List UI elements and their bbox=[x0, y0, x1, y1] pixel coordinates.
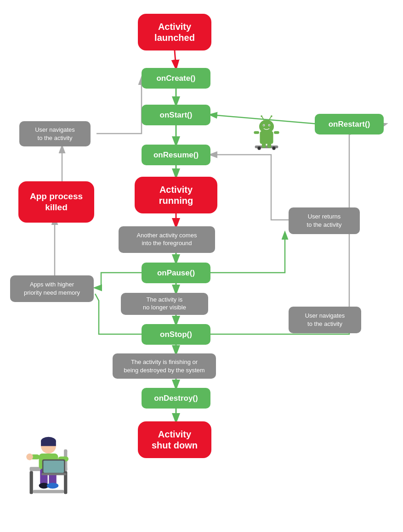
android-mascot bbox=[248, 114, 285, 151]
svg-rect-32 bbox=[267, 143, 271, 148]
app-process-killed-node: App processkilled bbox=[18, 181, 94, 223]
on-create-node: onCreate() bbox=[142, 68, 210, 89]
svg-rect-34 bbox=[30, 471, 33, 494]
on-resume-node: onResume() bbox=[142, 145, 210, 165]
apps-higher-priority-label: Apps with higherpriority need memory bbox=[10, 275, 94, 302]
svg-rect-31 bbox=[262, 143, 266, 148]
svg-rect-29 bbox=[254, 131, 259, 134]
svg-rect-41 bbox=[41, 441, 56, 446]
svg-rect-30 bbox=[274, 131, 279, 134]
person-illustration bbox=[14, 413, 87, 504]
svg-point-24 bbox=[269, 125, 270, 126]
svg-rect-36 bbox=[33, 490, 64, 493]
svg-point-26 bbox=[261, 115, 262, 117]
on-stop-node: onStop() bbox=[142, 324, 210, 345]
user-navigates-label-bottom: User navigatesto the activity bbox=[289, 307, 361, 333]
activity-running-node: Activityrunning bbox=[135, 177, 217, 213]
on-destroy-node: onDestroy() bbox=[142, 388, 210, 409]
svg-point-18 bbox=[272, 146, 275, 150]
svg-rect-52 bbox=[41, 473, 67, 476]
activity-shut-down-node: Activityshut down bbox=[138, 421, 211, 458]
svg-point-28 bbox=[271, 115, 272, 117]
svg-point-17 bbox=[257, 146, 261, 150]
svg-rect-38 bbox=[64, 449, 67, 453]
svg-point-23 bbox=[263, 125, 264, 126]
svg-rect-51 bbox=[44, 461, 64, 473]
svg-line-25 bbox=[262, 117, 264, 120]
user-returns-label: User returnsto the activity bbox=[289, 207, 360, 234]
on-pause-node: onPause() bbox=[142, 263, 210, 283]
activity-lifecycle-diagram: Activity launched onCreate() onStart() o… bbox=[0, 0, 403, 532]
user-navigates-label-top: User navigatesto the activity bbox=[19, 121, 91, 146]
on-restart-node: onRestart() bbox=[315, 114, 384, 134]
no-longer-visible-label: The activity isno longer visible bbox=[121, 293, 208, 315]
svg-point-44 bbox=[26, 454, 33, 460]
svg-point-49 bbox=[47, 483, 58, 489]
activity-launched-node: Activity launched bbox=[138, 14, 211, 50]
on-start-node: onStart() bbox=[142, 105, 210, 125]
svg-line-0 bbox=[175, 50, 176, 68]
svg-point-20 bbox=[259, 120, 274, 133]
finishing-label: The activity is finishing orbeing destro… bbox=[113, 353, 216, 379]
svg-line-27 bbox=[269, 117, 271, 120]
another-activity-label: Another activity comesinto the foregroun… bbox=[119, 226, 215, 253]
